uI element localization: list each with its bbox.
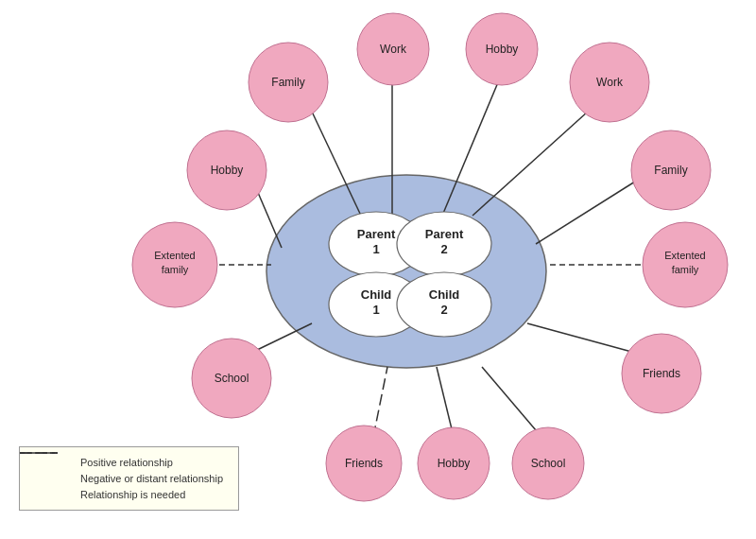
child2-label: Child [429,287,460,302]
family-tl-label: Family [271,76,304,89]
extended-l-label2: family [162,264,189,275]
friends-br-label: Friends [643,367,680,380]
connection-friends-br [527,323,635,353]
connection-school-bl [253,323,312,352]
extended-l-label1: Extented [154,250,195,261]
parent1-label: Parent [357,227,396,241]
extended-r-label1: Extented [664,250,705,261]
hobby-ml-label: Hobby [211,164,244,177]
legend-line-dash-gap [35,489,73,500]
connection-work-tr [472,112,588,216]
parent1-num: 1 [372,242,379,256]
legend: Positive relationship Negative or distan… [19,446,239,511]
child1-num: 1 [372,303,379,317]
child2-num: 2 [440,303,447,317]
connection-school-bcr [482,367,541,437]
hobby-tc2-label: Hobby [486,43,519,56]
legend-row-dash-gap: Relationship is needed [35,489,223,500]
connection-family-mr [536,182,635,244]
connection-hobby-bc [437,367,454,437]
child1-label: Child [361,287,392,302]
school-bl-label: School [215,372,249,385]
family-mr-label: Family [654,164,687,177]
extended-r-label2: family [672,264,699,275]
work-tc1-label: Work [380,43,407,56]
parent2-num: 2 [440,242,447,256]
parent2-label: Parent [425,227,464,241]
connection-friends-bc [373,367,387,437]
work-tr-label: Work [596,76,624,89]
center-ellipse [266,175,546,368]
